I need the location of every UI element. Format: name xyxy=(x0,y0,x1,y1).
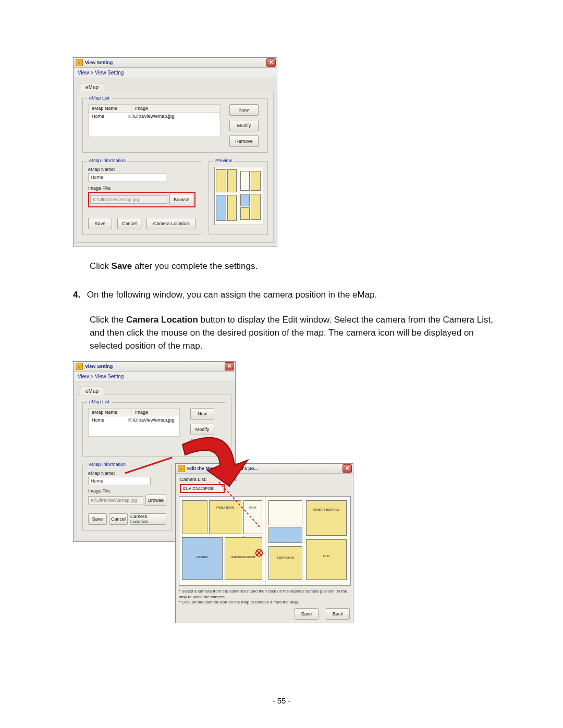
close-icon[interactable]: ✕ xyxy=(342,464,352,473)
group-emap-info: eMap Information eMap Name: Home Image F… xyxy=(82,465,172,530)
remove-button[interactable]: Remove xyxy=(190,439,214,451)
list-body[interactable]: Home K:\UltraView\emap.jpg xyxy=(88,113,221,137)
instruction-camera-location: Click the Camera Location button to disp… xyxy=(90,314,495,352)
titlebar: ⌂ Edit the Map and Camera's po... ✕ xyxy=(176,464,353,474)
edit-back-button[interactable]: Back xyxy=(326,608,350,620)
window-title: View Setting xyxy=(85,60,113,65)
image-file-field: K:\UltraView\emap.jpg xyxy=(88,496,143,504)
close-icon[interactable]: ✕ xyxy=(225,362,234,371)
name-label: Name: xyxy=(223,477,237,482)
save-button[interactable]: Save xyxy=(88,513,107,525)
col-image: Image xyxy=(132,409,179,416)
breadcrumb: View > View Setting xyxy=(74,372,235,382)
legend-emap-info: eMap Information xyxy=(87,158,128,163)
app-icon: ⌂ xyxy=(76,363,83,370)
breadcrumb: View > View Setting xyxy=(74,68,277,78)
image-file-label: Image File: xyxy=(88,488,166,493)
cell-image: K:\UltraView\emap.jpg xyxy=(128,417,176,423)
close-icon[interactable]: ✕ xyxy=(266,58,276,67)
tip-2: * Click on the camera icon on the map to… xyxy=(179,600,350,605)
new-button[interactable]: New xyxy=(190,408,214,419)
list-row[interactable]: Home K:\UltraView\emap.jpg xyxy=(89,113,220,120)
image-file-field: K:\UltraView\emap.jpg xyxy=(90,195,167,204)
emap-name-label: eMap Name: xyxy=(88,471,166,476)
col-image: Image xyxy=(132,105,220,112)
edit-save-button[interactable]: Save xyxy=(295,608,319,620)
tip-1: * Select a camera from the camera list a… xyxy=(179,589,350,600)
cell-image: K:\UltraView\emap.jpg xyxy=(128,114,216,119)
camera-location-button[interactable]: Camera Location xyxy=(130,513,166,525)
modify-button[interactable]: Modify xyxy=(190,424,214,435)
camera-location-button[interactable]: Camera Location xyxy=(146,218,195,229)
save-button[interactable]: Save xyxy=(88,218,112,229)
legend-emap-list: eMap List xyxy=(87,95,112,101)
titlebar: ⌂ View Setting ✕ xyxy=(74,362,235,372)
edit-floorplan[interactable]: FAMILY ROOM NOOK LAUNDRY GATHERING ROOM … xyxy=(179,496,351,586)
cancel-button[interactable]: Cancel xyxy=(109,513,128,525)
image-file-label: Image File: xyxy=(88,186,195,191)
tab-emap[interactable]: eMap xyxy=(80,387,104,395)
cell-name: Home xyxy=(92,417,128,423)
camera-list-item[interactable]: 01:AIC1620POE xyxy=(181,486,223,491)
col-emap-name: eMap Name xyxy=(89,409,132,416)
browse-button[interactable]: Browse xyxy=(169,194,193,205)
group-preview: Preview xyxy=(209,161,268,235)
modify-button[interactable]: Modify xyxy=(229,120,259,131)
group-emap-list: eMap List eMap Name Image Home K:\UltraV… xyxy=(82,402,226,456)
list-row[interactable]: Home K:\UltraView\emap.jpg xyxy=(89,416,179,424)
edit-map-window: ⌂ Edit the Map and Camera's po... ✕ Came… xyxy=(175,463,353,623)
preview-floorplan xyxy=(214,167,263,225)
titlebar: ⌂ View Setting ✕ xyxy=(74,58,277,68)
emap-name-field[interactable]: Home xyxy=(88,477,151,485)
camera-item-highlight: 01:AIC1620POE xyxy=(180,484,225,493)
browse-button[interactable]: Browse xyxy=(145,495,166,506)
page-number: - 55 - xyxy=(272,696,290,705)
camera-list-label: Camera List: xyxy=(180,477,206,482)
col-emap-name: eMap Name xyxy=(89,105,132,112)
camera-target-icon xyxy=(254,548,264,558)
cancel-button[interactable]: Cancel xyxy=(117,218,141,229)
emap-name-label: eMap Name: xyxy=(88,167,195,172)
remove-button[interactable]: Remove xyxy=(229,135,259,147)
cell-name: Home xyxy=(92,114,128,119)
image-file-highlight: K:\UltraView\emap.jpg Browse xyxy=(88,192,195,207)
legend-emap-list: eMap List xyxy=(87,399,112,404)
window-title: View Setting xyxy=(85,364,113,369)
tab-emap[interactable]: eMap xyxy=(80,83,104,91)
app-icon: ⌂ xyxy=(76,59,83,66)
emap-name-field[interactable]: Home xyxy=(88,173,166,181)
new-button[interactable]: New xyxy=(229,104,259,116)
group-emap-list: eMap List eMap Name Image Home K:\UltraV… xyxy=(82,98,268,153)
group-emap-info: eMap Information eMap Name: Home Image F… xyxy=(82,161,201,235)
legend-preview: Preview xyxy=(213,158,234,163)
legend-emap-info: eMap Information xyxy=(87,462,128,467)
instruction-step-4: 4. On the following window, you can assi… xyxy=(73,289,495,302)
list-header: eMap Name Image xyxy=(88,104,221,113)
tab-pane: eMap List eMap Name Image Home K:\UltraV… xyxy=(77,91,274,243)
list-body[interactable]: Home K:\UltraView\emap.jpg xyxy=(88,416,180,437)
instruction-click-save: Click Save after you complete the settin… xyxy=(90,260,495,273)
window-title: Edit the Map and Camera's po... xyxy=(187,466,258,471)
view-setting-window-1: ⌂ View Setting ✕ View > View Setting eMa… xyxy=(73,57,277,246)
app-icon: ⌂ xyxy=(178,465,185,472)
list-header: eMap Name Image xyxy=(88,408,180,416)
